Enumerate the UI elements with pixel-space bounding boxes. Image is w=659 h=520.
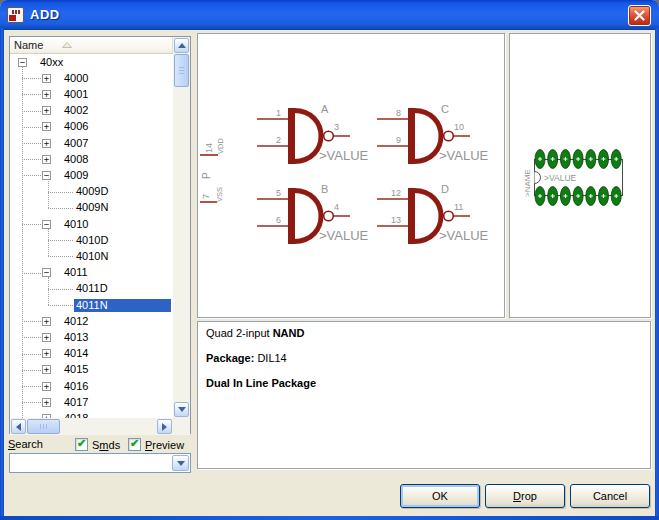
scroll-left-button[interactable]: [11, 419, 26, 434]
tree-item-4018[interactable]: +4018: [10, 410, 173, 418]
symbol-preview-svg: 123A>VALUE8910C>VALUE564B>VALUE121311D>V…: [198, 34, 504, 317]
titlebar[interactable]: ADD: [0, 0, 659, 30]
checkbox-check-icon: [75, 438, 88, 451]
tree-guide-line: [22, 337, 43, 338]
tree-horizontal-scrollbar[interactable]: [10, 418, 173, 435]
tree-item-label: 4014: [62, 347, 90, 360]
svg-text:2: 2: [276, 135, 281, 145]
expand-toggle-icon[interactable]: +: [42, 317, 51, 326]
collapse-toggle-icon[interactable]: −: [18, 58, 27, 67]
tree-vertical-scrollbar[interactable]: [173, 37, 190, 418]
tree-item-4012[interactable]: +4012: [10, 313, 173, 329]
svg-text:>VALUE: >VALUE: [319, 148, 369, 163]
package-preview-panel: >NAME>VALUE: [509, 33, 651, 318]
tree-item-4007[interactable]: +4007: [10, 135, 173, 151]
drop-button[interactable]: Drop: [485, 484, 565, 508]
tree-item-4000[interactable]: +4000: [10, 70, 173, 86]
scroll-up-button[interactable]: [174, 38, 189, 53]
expand-toggle-icon[interactable]: +: [42, 398, 51, 407]
tree-item-4011n[interactable]: 4011N: [10, 297, 173, 313]
expand-toggle-icon[interactable]: +: [42, 122, 51, 131]
app-icon: [7, 7, 24, 23]
expand-toggle-icon[interactable]: +: [42, 333, 51, 342]
svg-text:14: 14: [204, 143, 214, 153]
scroll-right-button[interactable]: [157, 419, 172, 434]
tree-column-header-name[interactable]: Name: [10, 37, 173, 54]
tree-view: −40xx+4000+4001+4002+4006+4007+4008−4009…: [10, 54, 173, 418]
tree-guide-line: [22, 224, 43, 225]
description-text: DIL14: [257, 352, 286, 364]
preview-checkbox[interactable]: Preview: [128, 438, 184, 451]
tree-item-label: 4016: [62, 380, 90, 393]
expand-toggle-icon[interactable]: +: [42, 155, 51, 164]
svg-text:>VALUE: >VALUE: [319, 228, 369, 243]
scroll-down-button[interactable]: [174, 402, 189, 417]
tree-guide-line: [22, 402, 43, 403]
expand-toggle-icon[interactable]: +: [42, 382, 51, 391]
tree-guide-line: [48, 289, 73, 290]
cancel-button[interactable]: Cancel: [570, 484, 650, 508]
description-panel: Quad 2-input NAND Package: DIL14 Dual In…: [197, 321, 651, 469]
tree-item-4011[interactable]: −4011: [10, 265, 173, 281]
svg-text:VSS: VSS: [215, 187, 224, 202]
tree-guide-line: [22, 273, 43, 274]
sort-ascending-icon: [62, 42, 72, 48]
description-text: Quad 2-input: [206, 327, 273, 339]
expand-toggle-icon[interactable]: +: [42, 106, 51, 115]
tree-item-4009d[interactable]: 4009D: [10, 184, 173, 200]
tree-guide-line: [22, 175, 43, 176]
expand-toggle-icon[interactable]: +: [42, 74, 51, 83]
tree-item-4010[interactable]: −4010: [10, 216, 173, 232]
svg-text:>VALUE: >VALUE: [439, 228, 489, 243]
combo-dropdown-button[interactable]: [172, 455, 189, 471]
tree-item-4010n[interactable]: 4010N: [10, 248, 173, 264]
nand-gate-D: 121311D>VALUE: [377, 183, 489, 244]
expand-toggle-icon[interactable]: +: [42, 365, 51, 374]
tree-item-label: 4013: [62, 331, 90, 344]
expand-toggle-icon[interactable]: +: [42, 139, 51, 148]
tree-item-label: 4009: [62, 169, 90, 182]
tree-item-4011d[interactable]: 4011D: [10, 281, 173, 297]
tree-guide-line: [22, 159, 43, 160]
tree-item-4006[interactable]: +4006: [10, 119, 173, 135]
tree-item-4008[interactable]: +4008: [10, 151, 173, 167]
checkbox-check-icon: [128, 438, 141, 451]
search-label: Search: [8, 438, 43, 450]
search-combobox[interactable]: [9, 453, 191, 473]
svg-text:8: 8: [396, 108, 401, 118]
collapse-toggle-icon[interactable]: −: [42, 268, 51, 277]
tree-item-4009[interactable]: −4009: [10, 167, 173, 183]
tree-guide-line: [22, 386, 43, 387]
close-button[interactable]: [628, 5, 651, 26]
tree-item-4009n[interactable]: 4009N: [10, 200, 173, 216]
collapse-toggle-icon[interactable]: −: [42, 171, 51, 180]
tree-item-4002[interactable]: +4002: [10, 103, 173, 119]
svg-text:P: P: [201, 172, 212, 179]
tree-item-4014[interactable]: +4014: [10, 346, 173, 362]
horizontal-scroll-thumb[interactable]: [27, 419, 60, 434]
tree-item-label: 4007: [62, 137, 90, 150]
ok-button[interactable]: OK: [400, 484, 480, 508]
tree-item-40xx[interactable]: −40xx: [10, 54, 173, 70]
expand-toggle-icon[interactable]: +: [42, 90, 51, 99]
tree-guide-line: [22, 127, 43, 128]
tree-item-label: 4011N: [74, 299, 171, 312]
tree-item-4010d[interactable]: 4010D: [10, 232, 173, 248]
svg-text:3: 3: [334, 122, 339, 132]
tree-item-4017[interactable]: +4017: [10, 394, 173, 410]
tree-item-4001[interactable]: +4001: [10, 86, 173, 102]
close-icon: [634, 10, 645, 21]
tree-guide-line: [22, 94, 43, 95]
vertical-scroll-thumb[interactable]: [174, 54, 189, 87]
tree-guide-line: [22, 78, 43, 79]
expand-toggle-icon[interactable]: +: [42, 349, 51, 358]
svg-text:D: D: [441, 183, 449, 195]
description-line: Package: DIL14: [206, 352, 642, 365]
nand-gate-A: 123A>VALUE: [257, 103, 369, 164]
tree-item-4016[interactable]: +4016: [10, 378, 173, 394]
collapse-toggle-icon[interactable]: −: [42, 220, 51, 229]
tree-item-4013[interactable]: +4013: [10, 329, 173, 345]
smds-checkbox[interactable]: Smds: [75, 438, 120, 451]
tree-item-label: 4010: [62, 218, 90, 231]
tree-item-4015[interactable]: +4015: [10, 362, 173, 378]
